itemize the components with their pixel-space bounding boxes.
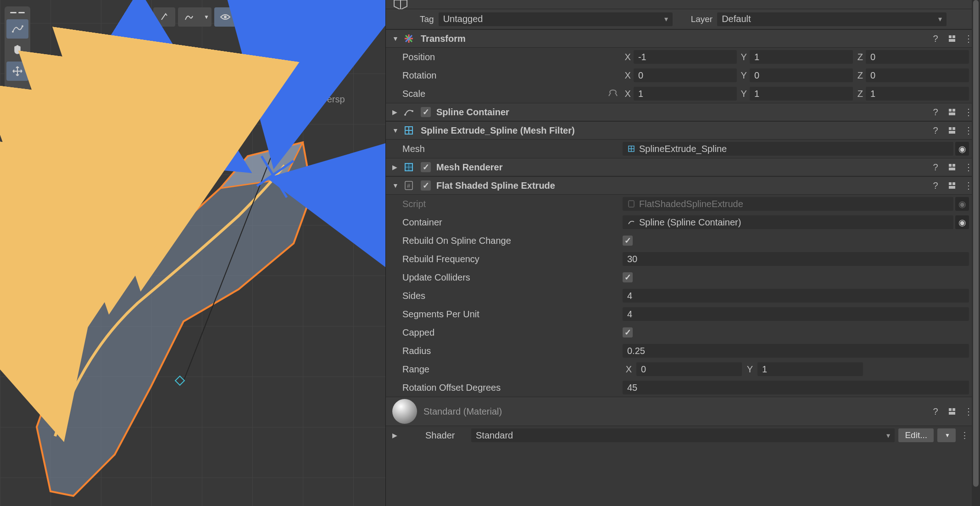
toggle-audio-button[interactable] xyxy=(178,7,200,27)
layer-dropdown[interactable]: Default xyxy=(717,12,947,26)
custom-tool[interactable] xyxy=(6,146,28,165)
presets-icon[interactable] xyxy=(947,180,957,191)
position-y-input[interactable] xyxy=(750,50,853,64)
add-tool[interactable] xyxy=(6,167,28,186)
sides-row: Sides xyxy=(386,287,980,305)
position-row: Position X Y Z xyxy=(386,48,980,66)
layers-dropdown[interactable]: ▼ xyxy=(272,7,284,27)
position-z-input[interactable] xyxy=(866,50,969,64)
script-row: Script FlatShadedSplineExtrude ◉ xyxy=(386,195,980,213)
mesh-renderer-enabled-checkbox[interactable] xyxy=(421,162,431,172)
range-y-input[interactable] xyxy=(757,362,863,376)
edit-shader-button[interactable]: Edit... xyxy=(898,428,934,442)
orientation-gizmo[interactable]: x y z xyxy=(303,28,362,87)
position-x-input[interactable] xyxy=(634,50,737,64)
svg-line-0 xyxy=(136,13,143,21)
transform-icon xyxy=(402,32,415,45)
gizmos-dropdown[interactable]: ▼ xyxy=(345,7,356,27)
presets-icon[interactable] xyxy=(947,125,957,135)
svg-point-8 xyxy=(22,25,23,27)
inspector-header-stub xyxy=(386,0,980,9)
svg-point-14 xyxy=(20,137,22,139)
container-picker-button[interactable]: ◉ xyxy=(955,215,969,229)
camera-button[interactable] xyxy=(287,7,309,27)
lock-icon[interactable] xyxy=(608,89,618,99)
segments-input[interactable] xyxy=(623,307,969,321)
svg-rect-40 xyxy=(949,35,952,38)
rebuild-on-change-checkbox[interactable] xyxy=(623,236,633,246)
move-tool[interactable] xyxy=(6,62,28,81)
foldout-icon: ▶ xyxy=(392,163,402,171)
svg-text:#: # xyxy=(407,182,411,189)
flat-extrude-enabled-checkbox[interactable] xyxy=(421,180,431,191)
rect-tool[interactable] xyxy=(6,125,28,144)
rot-offset-input[interactable] xyxy=(623,381,969,394)
scale-z-input[interactable] xyxy=(866,87,969,101)
rotate-tool[interactable] xyxy=(6,83,28,102)
shader-list-button[interactable]: ▼ xyxy=(937,428,956,442)
tool-strip-grip[interactable] xyxy=(6,9,28,16)
rotation-z-input[interactable] xyxy=(866,68,969,82)
mesh-row: Mesh SplineExtrude_Spline ◉ xyxy=(386,140,980,158)
svg-rect-63 xyxy=(949,408,952,411)
rotation-y-input[interactable] xyxy=(750,68,853,82)
layers-button[interactable] xyxy=(251,7,273,27)
scene-viewport[interactable]: ▼ ▼ ▼ ▼ ▼ xyxy=(0,0,385,506)
foldout-icon[interactable]: ▶ xyxy=(392,432,402,439)
shader-dropdown[interactable]: Standard xyxy=(471,428,895,442)
mesh-picker-button[interactable]: ◉ xyxy=(955,142,969,156)
scale-y-input[interactable] xyxy=(750,87,853,101)
scale-x-input[interactable] xyxy=(634,87,737,101)
spline-container-header[interactable]: ▶ Spline Container ? ⋮ xyxy=(386,103,980,121)
projection-label[interactable]: ‹‹ Persp xyxy=(312,94,345,105)
svg-rect-64 xyxy=(952,408,955,411)
help-icon[interactable]: ? xyxy=(930,125,941,135)
sides-input[interactable] xyxy=(623,289,969,303)
toggle-skybox-button[interactable] xyxy=(128,7,150,27)
svg-rect-42 xyxy=(949,39,955,42)
container-field[interactable]: Spline (Spline Container) xyxy=(623,215,953,229)
svg-line-39 xyxy=(32,321,53,399)
radius-input[interactable] xyxy=(623,344,969,358)
help-icon[interactable]: ? xyxy=(930,162,941,172)
presets-icon[interactable] xyxy=(947,406,957,416)
presets-icon[interactable] xyxy=(947,34,957,44)
axis-x-label: x xyxy=(357,35,360,43)
audio-dropdown[interactable]: ▼ xyxy=(200,7,212,27)
spline-container-enabled-checkbox[interactable] xyxy=(421,107,431,117)
spline-tool[interactable] xyxy=(6,19,28,39)
rotation-x-input[interactable] xyxy=(634,68,737,82)
visibility-dropdown[interactable]: ▼ xyxy=(236,7,248,27)
toggle-light-button[interactable] xyxy=(153,7,175,27)
transform-header[interactable]: ▼ Transform ? ⋮ xyxy=(386,29,980,48)
range-x-input[interactable] xyxy=(636,362,742,376)
material-header[interactable]: Standard (Material) ? ⋮ xyxy=(386,397,980,426)
help-icon[interactable]: ? xyxy=(930,180,941,191)
mesh-filter-header[interactable]: ▼ Spline Extrude_Spline (Mesh Filter) ? … xyxy=(386,121,980,140)
help-icon[interactable]: ? xyxy=(930,34,941,44)
help-icon[interactable]: ? xyxy=(930,406,941,416)
toggle-visibility-button[interactable] xyxy=(214,7,236,27)
mesh-object-field[interactable]: SplineExtrude_Spline xyxy=(623,142,953,156)
axis-y-label: y xyxy=(337,28,340,35)
rot-offset-row: Rotation Offset Degrees xyxy=(386,378,980,397)
rebuild-freq-input[interactable] xyxy=(623,252,969,266)
presets-icon[interactable] xyxy=(947,162,957,172)
capped-checkbox[interactable] xyxy=(623,327,633,337)
hand-tool[interactable] xyxy=(6,40,28,60)
mesh-renderer-header[interactable]: ▶ Mesh Renderer ? ⋮ xyxy=(386,158,980,176)
help-icon[interactable]: ? xyxy=(930,107,941,117)
gizmos-button[interactable] xyxy=(323,7,345,27)
shader-menu-icon[interactable]: ⋮ xyxy=(960,430,969,441)
tag-dropdown[interactable]: Untagged xyxy=(439,12,673,26)
svg-line-21 xyxy=(314,47,333,57)
update-colliders-checkbox[interactable] xyxy=(623,272,633,282)
presets-icon[interactable] xyxy=(947,107,957,117)
svg-point-1 xyxy=(137,15,139,16)
flat-extrude-header[interactable]: ▼ # Flat Shaded Spline Extrude ? ⋮ xyxy=(386,176,980,195)
viewport-toolbar: ▼ ▼ ▼ ▼ ▼ xyxy=(128,7,356,27)
inspector-scrollbar[interactable] xyxy=(972,0,980,506)
svg-rect-4 xyxy=(294,15,299,19)
camera-dropdown[interactable]: ▼ xyxy=(308,7,320,27)
scale-tool[interactable] xyxy=(6,104,28,123)
